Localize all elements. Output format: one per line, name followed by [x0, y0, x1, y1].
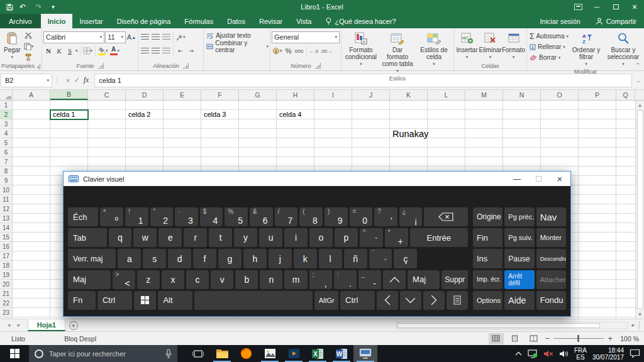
font-name-select[interactable]: Calibri▾ [43, 31, 104, 43]
key-w[interactable]: w [133, 228, 157, 247]
column-header-a[interactable]: A [13, 90, 50, 100]
tab-vista[interactable]: Vista [289, 14, 318, 28]
scroll-right-icon[interactable]: ► [629, 322, 638, 328]
key-maj[interactable]: Maj [68, 270, 111, 289]
horizontal-scrollbar[interactable]: ► [395, 319, 639, 331]
osk-maximize-icon[interactable] [528, 172, 549, 186]
new-sheet-button[interactable]: + [65, 319, 82, 331]
row-header-16[interactable]: 16 [0, 242, 12, 251]
key-fin[interactable]: Fin [473, 228, 502, 247]
key-e[interactable]: e [158, 228, 182, 247]
key-l[interactable]: l [319, 249, 342, 268]
align-top-icon[interactable] [140, 32, 150, 43]
tab-inicio[interactable]: Inicio [41, 14, 73, 28]
key-windows[interactable] [134, 291, 157, 310]
horizontal-scroll-thumb[interactable] [397, 323, 600, 328]
key-origine[interactable]: Origine [473, 207, 502, 226]
minimize-icon[interactable]: ─ [587, 0, 606, 14]
key-1[interactable]: !1 [125, 207, 148, 226]
key-z[interactable]: z [137, 270, 160, 289]
key-r[interactable]: r [184, 228, 207, 247]
key-2[interactable]: "2 [150, 207, 174, 226]
cell-d2[interactable]: celda 2 [126, 110, 150, 119]
key-fn[interactable]: Fn [68, 291, 96, 310]
row-header-19[interactable]: 19 [0, 270, 12, 280]
font-color-icon[interactable]: A▾ [109, 46, 121, 57]
cancel-formula-icon[interactable]: × [66, 77, 70, 84]
undo-icon[interactable]: ↶▾ [19, 3, 30, 11]
key-k[interactable]: k [294, 249, 317, 268]
key-pg-suiv[interactable]: Pg suiv. [504, 228, 534, 247]
sign-in-button[interactable]: Iniciar sesión [533, 18, 588, 25]
taskbar-photos-icon[interactable] [258, 345, 282, 362]
align-bottom-icon[interactable] [161, 32, 171, 43]
save-icon[interactable] [6, 4, 13, 11]
percent-style-icon[interactable]: % [284, 46, 294, 57]
row-header-7[interactable]: 7 [0, 157, 12, 167]
zoom-level[interactable]: 100 % [616, 335, 639, 343]
column-header-n[interactable]: N [503, 90, 541, 100]
number-format-select[interactable]: General▾ [272, 31, 340, 43]
key-imp-ecr[interactable]: Imp. écr. [473, 270, 502, 289]
key-8[interactable]: (8 [299, 207, 323, 226]
cell-f2[interactable]: celda 3 [201, 110, 226, 119]
key-verr-maj[interactable]: Verr. maj [68, 249, 116, 268]
key-arrow-down[interactable] [400, 291, 421, 310]
page-layout-view-icon[interactable] [508, 333, 523, 344]
key-9[interactable]: )9 [325, 207, 348, 226]
taskbar-movies-icon[interactable] [282, 345, 306, 362]
cell-styles-button[interactable]: Estilos de celda▾ [416, 30, 452, 69]
row-header-1[interactable]: 1 [0, 101, 12, 110]
orientation-icon[interactable]: ▾ [175, 32, 186, 43]
action-center-icon[interactable] [630, 349, 640, 358]
align-center-icon[interactable] [150, 46, 160, 57]
tab-insertar[interactable]: Insertar [72, 14, 109, 28]
key-space[interactable]: ªº [100, 207, 123, 226]
key-space[interactable]: ?' [374, 207, 397, 226]
row-header-13[interactable]: 13 [0, 214, 12, 223]
insert-function-icon[interactable]: fx [84, 75, 89, 85]
collapse-ribbon-icon[interactable]: ⌃ [635, 62, 640, 69]
key-space[interactable]: :. [334, 270, 357, 289]
tell-me-box[interactable]: ¿Qué desea hacer? [319, 14, 402, 28]
numero-dialog-launcher-icon[interactable] [315, 63, 321, 69]
key-ech[interactable]: Éch [68, 207, 98, 226]
font-size-select[interactable]: 11▾ [105, 31, 126, 43]
taskbar-word-icon[interactable]: W [330, 345, 353, 362]
align-right-icon[interactable] [161, 46, 171, 57]
column-header-p[interactable]: P [579, 90, 616, 100]
customize-quick-access-icon[interactable]: ▾ [52, 4, 55, 10]
paste-button[interactable]: Pegar ▾ [1, 30, 23, 62]
column-header-h[interactable]: H [277, 90, 314, 100]
conditional-formatting-button[interactable]: ≠ Formato condicional▾ [343, 30, 379, 69]
key-menu[interactable] [447, 291, 468, 310]
merge-center-button[interactable]: Combinar y centrar ▾ [205, 41, 269, 52]
increase-decimal-icon[interactable]: ←.0 [309, 46, 319, 57]
column-header-l[interactable]: L [428, 90, 465, 100]
key-b[interactable]: b [235, 270, 258, 289]
taskbar-firefox-icon[interactable] [234, 345, 258, 362]
key-backspace[interactable] [424, 207, 468, 226]
close-icon[interactable]: × [625, 0, 644, 14]
key-c[interactable]: ç [394, 249, 417, 268]
bold-button[interactable]: N [43, 46, 53, 57]
key-space[interactable] [194, 291, 313, 310]
key-5[interactable]: %5 [225, 207, 248, 226]
row-header-20[interactable]: 20 [0, 280, 12, 289]
copy-icon[interactable]: ▾ [23, 41, 35, 52]
tab-datos[interactable]: Datos [220, 14, 252, 28]
key-options[interactable]: Options [473, 291, 502, 310]
key-maj[interactable]: Maj [408, 270, 440, 289]
key-pg-prec[interactable]: Pg préc. [504, 207, 534, 226]
delete-cells-button[interactable]: Eliminar▾ [479, 30, 502, 62]
key-space[interactable]: ;, [309, 270, 332, 289]
column-header-e[interactable]: E [164, 90, 201, 100]
key-u[interactable]: u [259, 228, 282, 247]
increase-indent-icon[interactable]: ⇥ [186, 46, 196, 57]
key-ctrl[interactable]: Ctrl [97, 291, 132, 310]
key-space[interactable]: >< [113, 270, 135, 289]
key-arret-defil[interactable]: Arrêt défil [504, 270, 534, 289]
column-header-f[interactable]: F [201, 90, 239, 100]
borders-icon[interactable]: ▾ [82, 46, 94, 57]
key-tab[interactable]: Tab [68, 228, 107, 247]
